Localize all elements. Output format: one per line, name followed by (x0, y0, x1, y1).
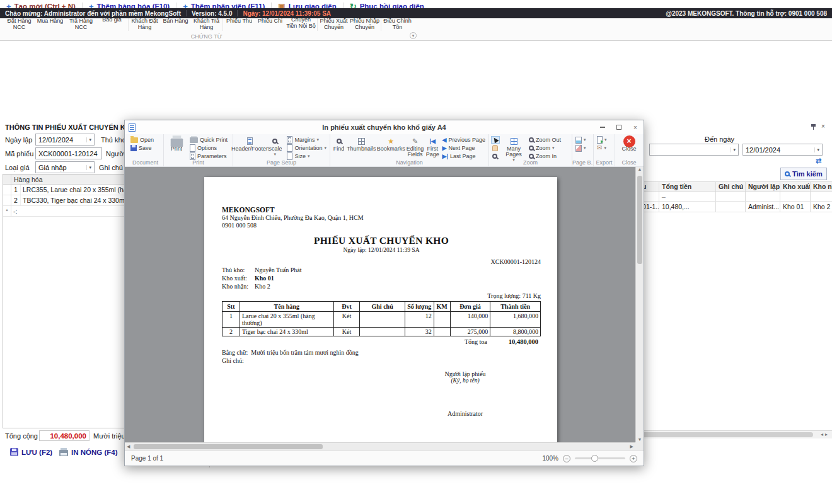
scroll-right-icon[interactable]: ▶ (630, 444, 633, 449)
grid-header-cell[interactable]: Người lập (745, 182, 780, 191)
grid-cell[interactable]: 10,480,... (659, 202, 715, 212)
group-label: Print (164, 159, 233, 166)
zoom-in-icon (529, 154, 534, 159)
previous-page-icon: ◀ (442, 137, 447, 143)
first-page-button[interactable]: |◀First Page (425, 136, 440, 158)
bookmarks-button[interactable]: ★Bookmarks (377, 136, 405, 152)
scroll-left-icon[interactable]: ◀ (127, 444, 130, 449)
ngay-lap-input[interactable]: 12/01/2024▾ (35, 134, 95, 146)
hand-tool-button[interactable] (491, 144, 500, 152)
dialog-minimize-button[interactable] (598, 123, 607, 132)
den-ngay-input[interactable]: 12/01/2024▾ (742, 144, 823, 156)
welcome-text: Chào mừng: Administrator đến với phần mề… (5, 10, 181, 17)
zoom-in-button[interactable]: + (630, 455, 637, 462)
header-footer-icon (247, 137, 253, 145)
dropdown-icon[interactable]: ▾ (86, 137, 91, 142)
ribbon-group-expand-icon[interactable]: ▾ (410, 32, 417, 39)
filter-cell[interactable] (780, 192, 810, 201)
export-document-button[interactable]: ▾ (596, 136, 613, 144)
dropdown-icon[interactable]: ▾ (86, 165, 91, 170)
many-pages-button[interactable]: Many Pages▾ (501, 136, 526, 163)
filter-cell[interactable] (715, 192, 745, 201)
zoom-percent: 100% (542, 455, 558, 462)
group-label: Export (594, 159, 615, 166)
dropdown-icon[interactable]: ▾ (814, 147, 819, 152)
quick-print-button[interactable]: Quick Print (188, 136, 229, 144)
app-status-bar: Chào mừng: Administrator đến với phần mề… (0, 8, 832, 18)
page-color-button[interactable]: ▾ (574, 136, 591, 144)
options-button[interactable]: Options (188, 144, 229, 152)
refresh-grid-icon[interactable]: ⇄ (816, 157, 821, 165)
filter-cell[interactable] (810, 192, 832, 201)
ngay-lap-label: Ngày lập (5, 136, 32, 144)
grid-header-cell[interactable]: Tổng tiền (659, 182, 715, 191)
hot-print-button[interactable]: IN NÓNG (F4) (59, 448, 117, 456)
grid-header-cell[interactable]: Kho nhận (810, 182, 832, 191)
zoom-out-button[interactable]: Zoom Out (528, 136, 562, 144)
panel-close-icon[interactable]: × (821, 123, 825, 130)
pointer-tool-button[interactable] (491, 136, 500, 144)
grid-cell[interactable]: Kho 2 (810, 202, 832, 212)
preview-page: MEKONGSOFT 64 Nguyễn Đình Chiểu, Phường … (204, 177, 557, 450)
zoom-slider[interactable] (575, 457, 625, 459)
grid-cell[interactable]: Kho 01 (780, 202, 810, 212)
margins-button[interactable]: Margins▾ (286, 136, 328, 144)
orientation-button[interactable]: Orientation▾ (286, 144, 328, 152)
magnifier-icon (492, 154, 497, 159)
scrollbar-arrows-icon[interactable]: ◂▸ (821, 432, 829, 437)
tu-ngay-input[interactable]: ▾ (649, 144, 739, 156)
pin-icon[interactable] (811, 123, 816, 130)
print-button[interactable]: Print (166, 136, 187, 152)
open-button[interactable]: Open (129, 136, 161, 144)
signer-note: (Ký, họ tên) (408, 377, 522, 384)
scroll-down-icon[interactable]: ▼ (636, 437, 644, 442)
find-button[interactable]: Find (332, 136, 345, 152)
dropdown-icon: ▾ (324, 146, 326, 151)
company-name: MEKONGSOFT (222, 206, 541, 214)
header-footer-button[interactable]: Header/Footer (235, 136, 264, 152)
save-button[interactable]: Save (129, 144, 161, 152)
scrollbar-thumb[interactable] (637, 176, 642, 264)
watermark-button[interactable]: ▾ (574, 144, 591, 152)
zoom-out-button[interactable]: – (563, 455, 570, 462)
row-indicator-header (3, 175, 11, 184)
preview-document-area[interactable]: MEKONGSOFT 64 Nguyễn Đình Chiểu, Phường … (125, 167, 644, 450)
scroll-up-icon[interactable]: ▲ (638, 167, 642, 171)
send-email-button[interactable]: ✉▾ (596, 144, 613, 152)
filter-cell[interactable]: – (659, 192, 715, 201)
zoom-slider-thumb[interactable] (591, 455, 598, 462)
filter-cell[interactable] (745, 192, 780, 201)
grid-cell[interactable]: Administ... (745, 202, 780, 212)
grid-header-cell[interactable]: Ghi chú (715, 182, 745, 191)
print-preview-dialog: In phiếu xuất chuyển kho khổ giấy A4 × O… (124, 120, 644, 466)
editing-fields-button[interactable]: ✎Editing Fields (406, 136, 424, 158)
scrollbar-thumb[interactable] (134, 444, 323, 449)
thu-kho-line: Thủ kho:Nguyễn Tuấn Phát (222, 266, 541, 273)
zoom-button[interactable]: Zoom▾ (528, 144, 562, 152)
next-page-button[interactable]: ▶Next Page (441, 144, 487, 152)
previous-page-button[interactable]: ◀Previous Page (441, 136, 487, 144)
ma-phieu-label: Mã phiếu (5, 150, 33, 158)
dialog-maximize-button[interactable] (615, 123, 623, 132)
ma-phieu-input[interactable]: XCK00001-120124 (35, 147, 102, 159)
scale-icon (272, 139, 277, 144)
bookmarks-icon: ★ (388, 138, 394, 145)
dropdown-icon[interactable]: ▾ (731, 147, 736, 152)
dialog-close-button[interactable]: × (631, 123, 640, 132)
search-button[interactable]: Tìm kiếm (780, 168, 827, 180)
grid-cell[interactable] (715, 202, 745, 212)
thumbnails-icon (358, 138, 365, 145)
thumbnails-button[interactable]: Thumbnails (347, 136, 376, 152)
dialog-titlebar[interactable]: In phiếu xuất chuyển kho khổ giấy A4 × (125, 120, 644, 134)
save-record-button[interactable]: LƯU (F2) (10, 448, 52, 456)
dropdown-icon: ▾ (274, 152, 276, 157)
grid-header-cell[interactable]: Kho xuất (780, 182, 810, 191)
scale-button[interactable]: Scale▾ (265, 136, 284, 157)
preview-vertical-scrollbar[interactable]: ▲ ▼ (635, 167, 644, 442)
preview-horizontal-scrollbar[interactable]: ◀ ▶ (125, 442, 635, 450)
loai-gia-select[interactable]: Giá nhập▾ (35, 161, 95, 173)
ribbon-group-label: CHỨNG TỪ (0, 33, 413, 40)
copyright-text: @2023 MEKONGSOFT. Thông tin hỗ trợ: 0901… (666, 10, 827, 17)
total-label: Tổng cộng (5, 432, 38, 440)
close-preview-button[interactable]: ×Close (617, 136, 641, 152)
